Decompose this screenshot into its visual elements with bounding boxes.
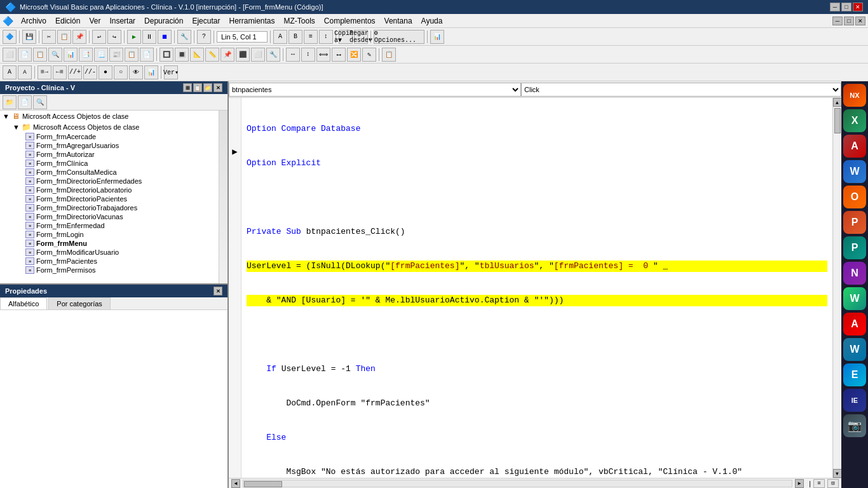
stop-btn[interactable]: ⏹ — [158, 30, 172, 44]
nexus-icon[interactable]: NX — [843, 84, 866, 107]
tb3-view-btn[interactable]: Ver▾ — [164, 65, 178, 79]
tree-group-item[interactable]: ▼ 📁 Microsoft Access Objetos de clase — [10, 122, 219, 132]
proj-tb3[interactable]: 🔍 — [33, 95, 47, 109]
code-editor[interactable]: Option Compare Database Option Explicit … — [241, 98, 832, 478]
help-btn[interactable]: ? — [197, 30, 211, 44]
tree-item-FormfrmPacientes[interactable]: ≡Form_frmPacientes — [0, 257, 219, 266]
object-dropdown[interactable]: btnpacientes — [229, 83, 521, 97]
tb2-btn22[interactable]: ⟷ — [332, 48, 346, 62]
project-scrollbar[interactable] — [219, 111, 227, 283]
tree-item-FormfrmAutorizar[interactable]: ≡Form_frmAutorizar — [0, 150, 219, 159]
tree-root-item[interactable]: ▼ 🖥 Microsoft Access Objetos de clase — [0, 111, 219, 122]
tb3-locals[interactable]: 📊 — [144, 65, 158, 79]
scroll-down-btn[interactable]: ▼ — [833, 469, 842, 478]
redo-btn[interactable]: ↪ — [107, 30, 121, 44]
cut-btn[interactable]: ✂ — [42, 30, 56, 44]
tree-collapse-icon[interactable]: ▼ — [3, 112, 10, 120]
tb2-btn21[interactable]: ⟺ — [316, 48, 330, 62]
tb-extra-2[interactable]: B — [288, 30, 302, 44]
tb2-btn23[interactable]: 🔀 — [347, 48, 361, 62]
tb2-btn16[interactable]: ⬛ — [236, 48, 250, 62]
menu-edicion[interactable]: Edición — [51, 15, 84, 27]
proc-view-btn[interactable]: ⊟ — [827, 479, 839, 488]
proj-tb1[interactable]: 📁 — [3, 95, 17, 109]
tb-extra-1[interactable]: A — [273, 30, 287, 44]
tree-item-FormfrmEnfermedad[interactable]: ≡Form_frmEnfermedad — [0, 221, 219, 230]
camera-icon[interactable]: 📷 — [843, 414, 866, 437]
project-view-btn3[interactable]: 📁 — [203, 83, 212, 92]
tb2-btn10[interactable]: 📄 — [140, 48, 154, 62]
tb2-btn5[interactable]: 📊 — [64, 48, 78, 62]
save-btn[interactable]: 💾 — [22, 30, 36, 44]
tb-extra-4[interactable]: ↕ — [319, 30, 333, 44]
tb2-btn12[interactable]: 🔳 — [175, 48, 189, 62]
paste-from-btn[interactable]: Pegar desde▼ — [354, 30, 368, 44]
tb2-btn1[interactable]: ⬜ — [3, 48, 17, 62]
menu-ayuda[interactable]: Ayuda — [417, 15, 447, 27]
min-inner-btn[interactable]: ─ — [832, 17, 843, 25]
tree-item-FormfrmLogin[interactable]: ≡Form_frmLogin — [0, 230, 219, 239]
copy-btn[interactable]: 📋 — [57, 30, 71, 44]
menu-complementos[interactable]: Complementos — [320, 15, 379, 27]
tb2-btn8[interactable]: 📰 — [109, 48, 123, 62]
code-scrollbar-v[interactable]: ▲ ▼ — [832, 98, 841, 478]
code-view-btn[interactable]: ≡ — [813, 479, 825, 488]
pause-btn[interactable]: ⏸ — [142, 30, 156, 44]
properties-close-btn[interactable]: ✕ — [214, 287, 222, 295]
tb3-watch[interactable]: 👁 — [129, 65, 143, 79]
tb2-btn9[interactable]: 📋 — [125, 48, 139, 62]
tb2-btn18[interactable]: 🔧 — [266, 48, 280, 62]
tb2-btn6[interactable]: 📑 — [79, 48, 93, 62]
project-close-btn[interactable]: ✕ — [214, 83, 222, 92]
tb3-btn2[interactable]: A — [18, 65, 32, 79]
paste-btn[interactable]: 📌 — [72, 30, 86, 44]
menu-depuracion[interactable]: Depuración — [140, 15, 187, 27]
tree-item-FormfrmDirectorioPacientes[interactable]: ≡Form_frmDirectorioPacientes — [0, 194, 219, 203]
menu-herramientas[interactable]: Herramientas — [225, 15, 278, 27]
powerpoint-icon[interactable]: P — [843, 211, 866, 234]
tb2-btn24[interactable]: ✎ — [362, 48, 376, 62]
maximize-btn[interactable]: □ — [841, 3, 851, 11]
tb-extra-3[interactable]: ≡ — [304, 30, 318, 44]
wordpress-icon[interactable]: W — [843, 338, 866, 361]
event-dropdown[interactable]: Click — [521, 83, 841, 97]
close-inner-btn[interactable]: ✕ — [855, 17, 865, 25]
tree-item-FormfrmDirectorioLaboratorio[interactable]: ≡Form_frmDirectorioLaboratorio — [0, 186, 219, 194]
menu-ventana[interactable]: Ventana — [381, 15, 416, 27]
scroll-right-btn[interactable]: ▶ — [795, 479, 804, 488]
tb2-btn13[interactable]: 📐 — [190, 48, 204, 62]
menu-insertar[interactable]: Insertar — [105, 15, 139, 27]
office-icon[interactable]: O — [843, 186, 866, 208]
tb3-comment1[interactable]: //+ — [68, 65, 82, 79]
tb2-btn15[interactable]: 📌 — [220, 48, 234, 62]
tb3-btn1[interactable]: A — [3, 65, 17, 79]
tree-item-FormfrmDirectorioTrabajadores[interactable]: ≡Form_frmDirectorioTrabajadores — [0, 203, 219, 212]
close-btn[interactable]: ✕ — [853, 3, 863, 11]
tb2-btn11[interactable]: 🔲 — [159, 48, 173, 62]
options-btn[interactable]: ⚙ Opciones... — [374, 30, 424, 44]
word-icon[interactable]: W — [843, 160, 866, 183]
menu-archivo[interactable]: Archivo — [17, 15, 50, 27]
tree-item-FormfrmDirectorioEnfermedades[interactable]: ≡Form_frmDirectorioEnfermedades — [0, 177, 219, 186]
proj-tb2[interactable]: 📄 — [18, 95, 32, 109]
scroll-up-btn[interactable]: ▲ — [833, 98, 842, 107]
scroll-left-btn[interactable]: ◀ — [231, 479, 240, 488]
tab-alfabetico[interactable]: Alfabético — [0, 297, 47, 309]
tree-item-FormfrmClnica[interactable]: ≡Form_frmClínica — [0, 159, 219, 168]
ie-icon[interactable]: IE — [843, 389, 866, 412]
tree-item-FormfrmMenu[interactable]: ≡Form_frmMenu — [0, 239, 219, 248]
max-inner-btn[interactable]: □ — [844, 17, 854, 25]
tb3-indent2[interactable]: ←≡ — [53, 65, 67, 79]
run-btn[interactable]: ▶ — [127, 30, 141, 44]
tree-item-FormfrmDirectorioVacunas[interactable]: ≡Form_frmDirectorioVacunas — [0, 212, 219, 221]
tb2-btn7[interactable]: 📃 — [94, 48, 108, 62]
menu-ejecutar[interactable]: Ejecutar — [188, 15, 224, 27]
tree-expand-icon[interactable]: ▼ — [13, 123, 20, 131]
tb2-btn20[interactable]: ↕ — [301, 48, 315, 62]
tree-item-FormfrmPermisos[interactable]: ≡Form_frmPermisos — [0, 266, 219, 274]
tree-item-FormfrmAcercade[interactable]: ≡Form_frmAcercade — [0, 132, 219, 141]
tb2-btn17[interactable]: ⬜ — [251, 48, 265, 62]
onenote-icon[interactable]: N — [843, 262, 866, 285]
tb3-comment2[interactable]: //- — [83, 65, 97, 79]
scroll-thumb-v[interactable] — [834, 108, 841, 133]
